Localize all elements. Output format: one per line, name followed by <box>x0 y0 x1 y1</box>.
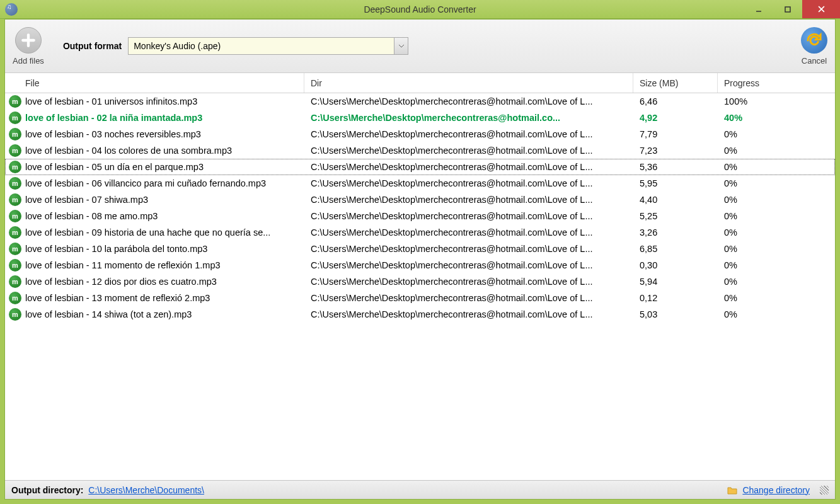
file-dir: C:\Users\Merche\Desktop\merchecontreras@… <box>304 162 633 172</box>
file-progress: 0% <box>718 293 835 303</box>
file-size: 6,46 <box>633 96 718 106</box>
file-dir: C:\Users\Merche\Desktop\merchecontreras@… <box>304 277 633 287</box>
client-area: Add files Output format Monkey's Audio (… <box>4 19 836 500</box>
file-progress: 0% <box>718 277 835 287</box>
table-row[interactable]: mlove of lesbian - 04 los colores de una… <box>5 142 835 159</box>
column-progress[interactable]: Progress <box>718 73 835 93</box>
file-progress: 0% <box>718 195 835 205</box>
table-row[interactable]: mlove of lesbian - 10 la parábola del to… <box>5 241 835 257</box>
file-size: 7,23 <box>633 146 718 156</box>
output-format-row: Output format Monkey's Audio (.ape) <box>63 37 408 55</box>
minimize-button[interactable] <box>744 0 773 18</box>
window-title: DeepSound Audio Converter <box>364 4 476 14</box>
table-row[interactable]: mlove of lesbian - 05 un día en el parqu… <box>5 159 835 175</box>
file-name: love of lesbian - 06 villancico para mi … <box>25 178 266 188</box>
file-name: love of lesbian - 10 la parábola del ton… <box>25 244 207 254</box>
table-row[interactable]: mlove of lesbian - 08 me amo.mp3C:\Users… <box>5 208 835 224</box>
file-size: 5,95 <box>633 178 718 188</box>
audio-file-icon: m <box>9 177 21 190</box>
chevron-down-icon[interactable] <box>394 38 408 54</box>
file-name: love of lesbian - 05 un día en el parque… <box>25 162 204 172</box>
file-progress: 0% <box>718 146 835 156</box>
audio-file-icon: m <box>9 128 21 140</box>
file-size: 3,26 <box>633 227 718 238</box>
file-progress: 40% <box>718 113 835 123</box>
titlebar[interactable]: DeepSound Audio Converter <box>0 0 840 19</box>
table-row[interactable]: mlove of lesbian - 13 moment de reflexió… <box>5 290 835 306</box>
audio-file-icon: m <box>9 226 21 239</box>
file-progress: 100% <box>718 96 835 106</box>
table-row[interactable]: mlove of lesbian - 03 noches reversibles… <box>5 126 835 142</box>
file-size: 6,85 <box>633 244 718 254</box>
maximize-button[interactable] <box>773 0 802 18</box>
table-row[interactable]: mlove of lesbian - 09 historia de una ha… <box>5 224 835 241</box>
file-name: love of lesbian - 02 la niña imantada.mp… <box>25 113 202 123</box>
add-icon <box>15 27 42 54</box>
file-progress: 0% <box>718 129 835 139</box>
file-size: 0,12 <box>633 293 718 303</box>
column-dir[interactable]: Dir <box>304 73 633 93</box>
file-size: 5,36 <box>633 162 718 172</box>
file-size: 0,30 <box>633 260 718 270</box>
output-format-select[interactable]: Monkey's Audio (.ape) <box>128 37 408 55</box>
file-dir: C:\Users\Merche\Desktop\merchecontreras@… <box>304 227 633 238</box>
column-size[interactable]: Size (MB) <box>633 73 718 93</box>
file-dir: C:\Users\Merche\Desktop\merchecontreras@… <box>304 293 633 303</box>
table-row[interactable]: mlove of lesbian - 01 universos infinito… <box>5 93 835 110</box>
file-name: love of lesbian - 08 me amo.mp3 <box>25 211 158 221</box>
file-progress: 0% <box>718 211 835 221</box>
output-format-label: Output format <box>63 41 122 51</box>
audio-file-icon: m <box>9 95 21 108</box>
toolbar: Add files Output format Monkey's Audio (… <box>5 20 835 73</box>
file-name: love of lesbian - 07 shiwa.mp3 <box>25 195 148 205</box>
audio-file-icon: m <box>9 112 21 124</box>
audio-file-icon: m <box>9 161 21 173</box>
audio-file-icon: m <box>9 144 21 157</box>
audio-file-icon: m <box>9 292 21 304</box>
file-dir: C:\Users\Merche\Desktop\merchecontreras@… <box>304 113 633 123</box>
resize-grip[interactable] <box>820 486 829 495</box>
file-size: 4,40 <box>633 195 718 205</box>
file-name: love of lesbian - 13 moment de reflexió … <box>25 293 210 303</box>
cancel-label: Cancel <box>802 56 827 66</box>
audio-file-icon: m <box>9 243 21 255</box>
statusbar: Output directory: C:\Users\Merche\Docume… <box>5 480 835 499</box>
file-dir: C:\Users\Merche\Desktop\merchecontreras@… <box>304 244 633 254</box>
table-row[interactable]: mlove of lesbian - 14 shiwa (tot a zen).… <box>5 306 835 323</box>
file-dir: C:\Users\Merche\Desktop\merchecontreras@… <box>304 211 633 221</box>
table-row[interactable]: mlove of lesbian - 07 shiwa.mp3C:\Users\… <box>5 192 835 208</box>
file-progress: 0% <box>718 227 835 238</box>
table-row[interactable]: mlove of lesbian - 06 villancico para mi… <box>5 175 835 192</box>
audio-file-icon: m <box>9 259 21 272</box>
table-row[interactable]: mlove of lesbian - 11 momento de reflexi… <box>5 257 835 273</box>
app-icon <box>5 3 18 16</box>
table-row[interactable]: mlove of lesbian - 02 la niña imantada.m… <box>5 110 835 126</box>
file-size: 5,25 <box>633 211 718 221</box>
file-size: 7,79 <box>633 129 718 139</box>
file-progress: 0% <box>718 260 835 270</box>
svg-rect-1 <box>785 7 790 12</box>
file-progress: 0% <box>718 309 835 319</box>
audio-file-icon: m <box>9 275 21 288</box>
file-dir: C:\Users\Merche\Desktop\merchecontreras@… <box>304 260 633 270</box>
file-dir: C:\Users\Merche\Desktop\merchecontreras@… <box>304 129 633 139</box>
file-list[interactable]: mlove of lesbian - 01 universos infinito… <box>5 93 835 480</box>
close-button[interactable] <box>802 0 840 18</box>
column-file[interactable]: File <box>5 73 304 93</box>
file-name: love of lesbian - 04 los colores de una … <box>25 146 232 156</box>
file-size: 5,94 <box>633 277 718 287</box>
change-directory-link[interactable]: Change directory <box>742 485 810 495</box>
file-progress: 0% <box>718 162 835 172</box>
file-progress: 0% <box>718 244 835 254</box>
cancel-button[interactable]: Cancel <box>801 27 827 66</box>
file-dir: C:\Users\Merche\Desktop\merchecontreras@… <box>304 309 633 319</box>
file-name: love of lesbian - 03 noches reversibles.… <box>25 129 201 139</box>
audio-file-icon: m <box>9 193 21 206</box>
table-row[interactable]: mlove of lesbian - 12 dios por dios es c… <box>5 273 835 290</box>
audio-file-icon: m <box>9 308 21 321</box>
output-directory-link[interactable]: C:\Users\Merche\Documents\ <box>88 485 204 495</box>
output-directory-label: Output directory: <box>11 485 83 495</box>
file-name: love of lesbian - 09 historia de una hac… <box>25 227 270 238</box>
file-name: love of lesbian - 12 dios por dios es cu… <box>25 277 217 287</box>
add-files-button[interactable]: Add files <box>13 27 44 66</box>
